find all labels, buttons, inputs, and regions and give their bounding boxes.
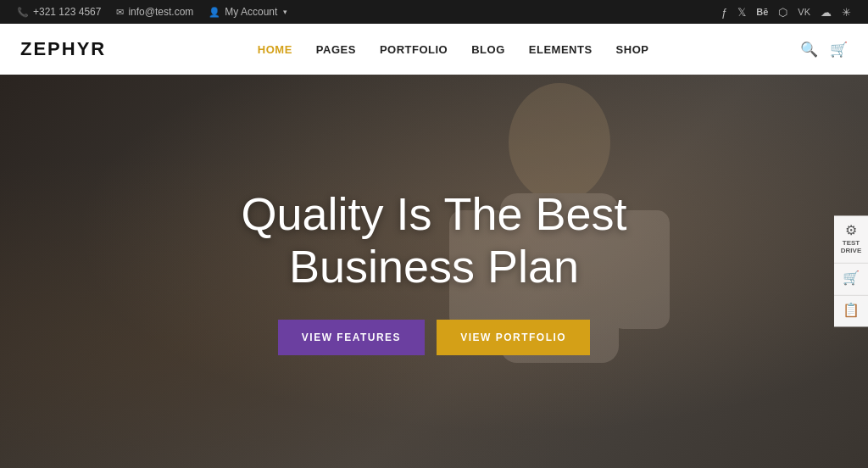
view-portfolio-button[interactable]: VIEW PORTFOLIO <box>437 320 590 355</box>
account-item[interactable]: 👤 My Account ▾ <box>209 6 287 18</box>
svg-point-0 <box>509 83 610 202</box>
behance-icon[interactable]: Bē <box>756 7 768 17</box>
cart-tool[interactable]: 🛒 <box>834 263 868 295</box>
top-bar-left: 📞 +321 123 4567 ✉ info@test.com 👤 My Acc… <box>17 6 287 18</box>
vk-icon[interactable]: VK <box>798 7 810 17</box>
account-label: My Account <box>225 6 277 18</box>
facebook-icon[interactable]: ƒ <box>721 6 727 19</box>
phone-item: 📞 +321 123 4567 <box>17 6 101 18</box>
email-item: ✉ info@test.com <box>116 6 193 18</box>
hero-buttons: VIEW FEATURES VIEW PORTFOLIO <box>241 320 626 355</box>
view-features-button[interactable]: VIEW FEATURES <box>278 320 425 355</box>
side-tools: ⚙ TESTDRIVE 🛒 📋 <box>834 215 868 326</box>
cart-side-icon: 🛒 <box>843 270 860 286</box>
test-drive-tool[interactable]: ⚙ TESTDRIVE <box>834 215 868 263</box>
soundcloud-icon[interactable]: ☁ <box>821 6 832 19</box>
nav-menu: HOME PAGES PORTFOLIO BLOG ELEMENTS SHOP <box>258 43 649 56</box>
nav-item-blog[interactable]: BLOG <box>471 43 505 56</box>
email-address: info@test.com <box>128 6 193 18</box>
hero-content: Quality Is The Best Business Plan VIEW F… <box>224 187 643 355</box>
email-icon: ✉ <box>116 7 124 18</box>
nav-item-shop[interactable]: SHOP <box>616 43 649 56</box>
site-logo[interactable]: ZEPHYR <box>20 38 106 60</box>
nav-icons: 🔍 🛒 <box>800 41 848 58</box>
account-icon: 👤 <box>209 7 220 18</box>
navbar: ZEPHYR HOME PAGES PORTFOLIO BLOG ELEMENT… <box>0 24 868 75</box>
phone-number: +321 123 4567 <box>33 6 101 18</box>
test-drive-label: TESTDRIVE <box>841 241 861 256</box>
account-dropdown-icon: ▾ <box>283 8 287 16</box>
phone-icon: 📞 <box>17 7 29 18</box>
hero-title-line2: Business Plan <box>289 241 579 292</box>
notes-icon: 📋 <box>843 302 860 318</box>
hero-title-line1: Quality Is The Best <box>241 188 626 239</box>
twitter-icon[interactable]: 𝕏 <box>737 6 746 19</box>
nav-item-portfolio[interactable]: PORTFOLIO <box>380 43 448 56</box>
test-drive-icon: ⚙ <box>845 222 857 238</box>
top-bar-social: ƒ 𝕏 Bē ⬡ VK ☁ ✳ <box>721 6 851 19</box>
search-icon[interactable]: 🔍 <box>800 41 818 58</box>
hero-title: Quality Is The Best Business Plan <box>241 187 626 292</box>
mixcloud-icon[interactable]: ✳ <box>842 6 851 19</box>
nav-item-elements[interactable]: ELEMENTS <box>529 43 593 56</box>
top-bar: 📞 +321 123 4567 ✉ info@test.com 👤 My Acc… <box>0 0 868 24</box>
hero-section: Quality Is The Best Business Plan VIEW F… <box>0 75 868 468</box>
instagram-icon[interactable]: ⬡ <box>778 6 787 19</box>
nav-item-home[interactable]: HOME <box>258 43 292 56</box>
nav-item-pages[interactable]: PAGES <box>316 43 356 56</box>
notes-tool[interactable]: 📋 <box>834 295 868 326</box>
cart-icon[interactable]: 🛒 <box>830 41 848 58</box>
